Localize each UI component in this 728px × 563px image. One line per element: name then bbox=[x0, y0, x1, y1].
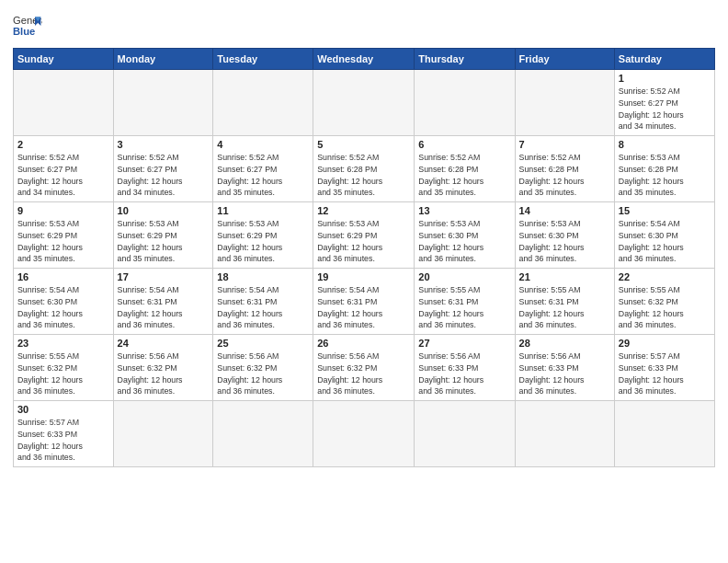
weekday-header-friday: Friday bbox=[515, 49, 614, 70]
day-number: 20 bbox=[418, 271, 510, 282]
calendar-week-row-1: 1Sunrise: 5:52 AM Sunset: 6:27 PM Daylig… bbox=[14, 70, 715, 136]
day-info: Sunrise: 5:55 AM Sunset: 6:31 PM Dayligh… bbox=[519, 284, 610, 331]
day-number: 12 bbox=[317, 205, 410, 216]
header: General Blue bbox=[13, 11, 715, 40]
calendar-cell: 22Sunrise: 5:55 AM Sunset: 6:32 PM Dayli… bbox=[614, 269, 714, 335]
day-info: Sunrise: 5:56 AM Sunset: 6:32 PM Dayligh… bbox=[118, 350, 210, 397]
day-info: Sunrise: 5:52 AM Sunset: 6:27 PM Dayligh… bbox=[619, 86, 711, 132]
calendar-cell bbox=[415, 70, 515, 136]
calendar-cell: 15Sunrise: 5:54 AM Sunset: 6:30 PM Dayli… bbox=[614, 202, 714, 269]
calendar-week-row-2: 2Sunrise: 5:52 AM Sunset: 6:27 PM Daylig… bbox=[14, 136, 715, 202]
day-info: Sunrise: 5:53 AM Sunset: 6:28 PM Dayligh… bbox=[619, 152, 711, 199]
weekday-header-saturday: Saturday bbox=[614, 49, 714, 70]
day-info: Sunrise: 5:53 AM Sunset: 6:30 PM Dayligh… bbox=[519, 218, 610, 265]
weekday-header-monday: Monday bbox=[113, 49, 213, 70]
calendar-cell: 13Sunrise: 5:53 AM Sunset: 6:30 PM Dayli… bbox=[415, 202, 515, 269]
calendar-cell: 17Sunrise: 5:54 AM Sunset: 6:31 PM Dayli… bbox=[113, 269, 213, 335]
calendar-cell: 4Sunrise: 5:52 AM Sunset: 6:27 PM Daylig… bbox=[213, 136, 313, 202]
day-info: Sunrise: 5:56 AM Sunset: 6:33 PM Dayligh… bbox=[519, 350, 610, 397]
calendar-cell bbox=[515, 70, 614, 136]
day-number: 30 bbox=[17, 404, 109, 415]
day-info: Sunrise: 5:52 AM Sunset: 6:27 PM Dayligh… bbox=[217, 152, 309, 199]
weekday-header-tuesday: Tuesday bbox=[213, 49, 313, 70]
calendar-cell: 26Sunrise: 5:56 AM Sunset: 6:32 PM Dayli… bbox=[313, 335, 415, 401]
day-number: 16 bbox=[17, 271, 109, 282]
calendar-cell bbox=[515, 401, 614, 467]
calendar-cell bbox=[313, 401, 415, 467]
calendar-cell: 19Sunrise: 5:54 AM Sunset: 6:31 PM Dayli… bbox=[313, 269, 415, 335]
day-number: 23 bbox=[17, 338, 109, 349]
day-info: Sunrise: 5:56 AM Sunset: 6:32 PM Dayligh… bbox=[317, 350, 410, 397]
calendar-cell: 10Sunrise: 5:53 AM Sunset: 6:29 PM Dayli… bbox=[113, 202, 213, 269]
day-number: 11 bbox=[217, 205, 309, 216]
day-number: 1 bbox=[619, 73, 711, 84]
day-info: Sunrise: 5:53 AM Sunset: 6:30 PM Dayligh… bbox=[418, 218, 510, 265]
day-number: 28 bbox=[519, 338, 610, 349]
day-info: Sunrise: 5:55 AM Sunset: 6:32 PM Dayligh… bbox=[17, 350, 109, 397]
calendar-cell: 6Sunrise: 5:52 AM Sunset: 6:28 PM Daylig… bbox=[415, 136, 515, 202]
svg-text:Blue: Blue bbox=[13, 26, 35, 37]
calendar-cell: 20Sunrise: 5:55 AM Sunset: 6:31 PM Dayli… bbox=[415, 269, 515, 335]
calendar-cell: 27Sunrise: 5:56 AM Sunset: 6:33 PM Dayli… bbox=[415, 335, 515, 401]
day-info: Sunrise: 5:53 AM Sunset: 6:29 PM Dayligh… bbox=[317, 218, 410, 265]
calendar-cell: 24Sunrise: 5:56 AM Sunset: 6:32 PM Dayli… bbox=[113, 335, 213, 401]
day-number: 2 bbox=[17, 139, 109, 150]
calendar-cell: 9Sunrise: 5:53 AM Sunset: 6:29 PM Daylig… bbox=[14, 202, 114, 269]
day-info: Sunrise: 5:54 AM Sunset: 6:31 PM Dayligh… bbox=[317, 284, 410, 331]
day-number: 6 bbox=[418, 139, 510, 150]
day-number: 18 bbox=[217, 271, 309, 282]
calendar-cell: 14Sunrise: 5:53 AM Sunset: 6:30 PM Dayli… bbox=[515, 202, 614, 269]
day-number: 10 bbox=[118, 205, 210, 216]
day-info: Sunrise: 5:52 AM Sunset: 6:28 PM Dayligh… bbox=[519, 152, 610, 199]
weekday-header-wednesday: Wednesday bbox=[313, 49, 415, 70]
calendar-cell bbox=[213, 70, 313, 136]
day-number: 29 bbox=[619, 338, 711, 349]
weekday-header-thursday: Thursday bbox=[415, 49, 515, 70]
day-number: 5 bbox=[317, 139, 410, 150]
day-info: Sunrise: 5:52 AM Sunset: 6:27 PM Dayligh… bbox=[17, 152, 109, 199]
calendar-cell: 5Sunrise: 5:52 AM Sunset: 6:28 PM Daylig… bbox=[313, 136, 415, 202]
day-info: Sunrise: 5:55 AM Sunset: 6:31 PM Dayligh… bbox=[418, 284, 510, 331]
calendar-cell: 29Sunrise: 5:57 AM Sunset: 6:33 PM Dayli… bbox=[614, 335, 714, 401]
day-number: 21 bbox=[519, 271, 610, 282]
day-info: Sunrise: 5:55 AM Sunset: 6:32 PM Dayligh… bbox=[619, 284, 711, 331]
weekday-header-sunday: Sunday bbox=[14, 49, 114, 70]
calendar-cell bbox=[14, 70, 114, 136]
day-info: Sunrise: 5:54 AM Sunset: 6:31 PM Dayligh… bbox=[118, 284, 210, 331]
calendar-cell: 21Sunrise: 5:55 AM Sunset: 6:31 PM Dayli… bbox=[515, 269, 614, 335]
day-info: Sunrise: 5:54 AM Sunset: 6:30 PM Dayligh… bbox=[619, 218, 711, 265]
day-info: Sunrise: 5:53 AM Sunset: 6:29 PM Dayligh… bbox=[17, 218, 109, 265]
calendar-cell bbox=[113, 70, 213, 136]
day-info: Sunrise: 5:54 AM Sunset: 6:31 PM Dayligh… bbox=[217, 284, 309, 331]
day-number: 27 bbox=[418, 338, 510, 349]
page: General Blue SundayMondayTuesdayWednesda… bbox=[0, 0, 728, 563]
day-number: 7 bbox=[519, 139, 610, 150]
logo: General Blue bbox=[13, 11, 42, 40]
calendar-cell: 30Sunrise: 5:57 AM Sunset: 6:33 PM Dayli… bbox=[14, 401, 114, 467]
calendar-cell: 8Sunrise: 5:53 AM Sunset: 6:28 PM Daylig… bbox=[614, 136, 714, 202]
calendar-week-row-5: 23Sunrise: 5:55 AM Sunset: 6:32 PM Dayli… bbox=[14, 335, 715, 401]
day-number: 14 bbox=[519, 205, 610, 216]
calendar-cell: 23Sunrise: 5:55 AM Sunset: 6:32 PM Dayli… bbox=[14, 335, 114, 401]
calendar-cell: 7Sunrise: 5:52 AM Sunset: 6:28 PM Daylig… bbox=[515, 136, 614, 202]
day-number: 15 bbox=[619, 205, 711, 216]
day-info: Sunrise: 5:57 AM Sunset: 6:33 PM Dayligh… bbox=[619, 350, 711, 397]
day-number: 24 bbox=[118, 338, 210, 349]
calendar-cell bbox=[213, 401, 313, 467]
calendar-cell: 18Sunrise: 5:54 AM Sunset: 6:31 PM Dayli… bbox=[213, 269, 313, 335]
calendar-cell: 25Sunrise: 5:56 AM Sunset: 6:32 PM Dayli… bbox=[213, 335, 313, 401]
day-number: 25 bbox=[217, 338, 309, 349]
day-info: Sunrise: 5:53 AM Sunset: 6:29 PM Dayligh… bbox=[118, 218, 210, 265]
day-info: Sunrise: 5:56 AM Sunset: 6:33 PM Dayligh… bbox=[418, 350, 510, 397]
day-info: Sunrise: 5:54 AM Sunset: 6:30 PM Dayligh… bbox=[17, 284, 109, 331]
day-number: 4 bbox=[217, 139, 309, 150]
day-number: 19 bbox=[317, 271, 410, 282]
day-info: Sunrise: 5:52 AM Sunset: 6:27 PM Dayligh… bbox=[118, 152, 210, 199]
calendar-table: SundayMondayTuesdayWednesdayThursdayFrid… bbox=[13, 48, 715, 467]
calendar-week-row-4: 16Sunrise: 5:54 AM Sunset: 6:30 PM Dayli… bbox=[14, 269, 715, 335]
calendar-cell: 28Sunrise: 5:56 AM Sunset: 6:33 PM Dayli… bbox=[515, 335, 614, 401]
day-number: 3 bbox=[118, 139, 210, 150]
calendar-cell: 2Sunrise: 5:52 AM Sunset: 6:27 PM Daylig… bbox=[14, 136, 114, 202]
calendar-cell bbox=[614, 401, 714, 467]
calendar-week-row-3: 9Sunrise: 5:53 AM Sunset: 6:29 PM Daylig… bbox=[14, 202, 715, 269]
